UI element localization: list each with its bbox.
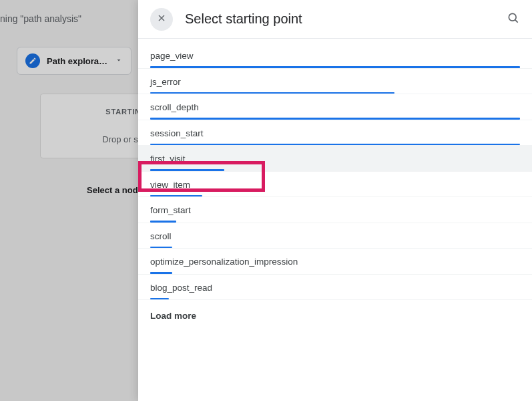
search-icon [507, 15, 520, 27]
event-row-page_view[interactable]: page_view [138, 43, 532, 69]
event-row-blog_post_read[interactable]: blog_post_read [138, 275, 532, 301]
event-label: form_start [150, 205, 520, 221]
event-label: page_view [150, 51, 520, 66]
event-bar [150, 118, 520, 120]
close-icon [156, 13, 167, 26]
panel-header: Select starting point [138, 0, 532, 39]
event-row-scroll[interactable]: scroll [138, 223, 532, 249]
event-row-js_error[interactable]: js_error [138, 69, 532, 95]
event-bar [150, 169, 224, 171]
panel-title: Select starting point [185, 11, 495, 27]
load-more-button[interactable]: Load more [138, 300, 532, 331]
event-row-form_start[interactable]: form_start [138, 197, 532, 223]
event-label: view_item [150, 180, 520, 195]
event-label: session_start [150, 128, 520, 144]
event-bar [150, 66, 520, 68]
event-bar [150, 144, 520, 146]
event-row-view_item[interactable]: view_item [138, 172, 532, 198]
event-bar [150, 195, 202, 197]
event-row-scroll_depth[interactable]: scroll_depth [138, 94, 532, 120]
event-bar [150, 247, 172, 249]
event-bar [150, 298, 169, 300]
close-button[interactable] [150, 8, 173, 31]
event-label: first_visit [150, 154, 520, 169]
event-label: blog_post_read [150, 283, 520, 298]
starting-point-panel: Select starting point page_viewjs_errors… [138, 0, 532, 401]
event-label: scroll [150, 231, 520, 247]
event-row-first_visit[interactable]: first_visit [138, 146, 532, 172]
search-button[interactable] [507, 11, 520, 27]
event-row-session_start[interactable]: session_start [138, 120, 532, 146]
event-label: scroll_depth [150, 102, 520, 118]
svg-point-0 [509, 13, 516, 21]
event-list: page_viewjs_errorscroll_depthsession_sta… [138, 39, 532, 401]
event-bar [150, 221, 176, 223]
event-label: js_error [150, 77, 520, 92]
event-bar [150, 92, 394, 94]
event-label: optimize_personalization_impression [150, 257, 520, 272]
event-row-optimize_personalization_impression[interactable]: optimize_personalization_impression [138, 249, 532, 275]
event-bar [150, 272, 172, 274]
